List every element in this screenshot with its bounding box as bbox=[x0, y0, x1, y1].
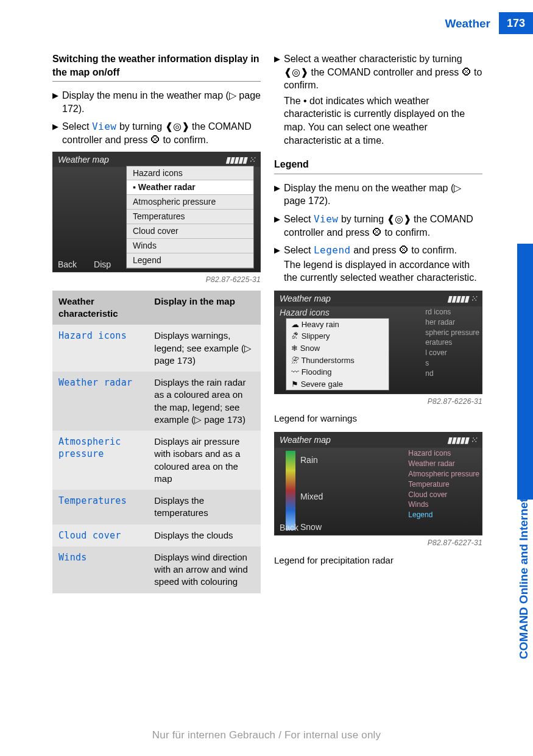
char-desc: Displays wind direction with an arrow an… bbox=[148, 546, 261, 593]
step-text: Select a weather characteristic by turni… bbox=[284, 52, 482, 147]
table-row: Atmospheric pressureDisplays air pressur… bbox=[52, 431, 261, 490]
side-item: Legend bbox=[408, 510, 479, 520]
signal-icon: ▮▮▮▮▮ ⁙ bbox=[447, 293, 477, 305]
menu-item: Legend bbox=[127, 253, 253, 268]
text: Select bbox=[284, 245, 314, 255]
text: Select bbox=[284, 214, 314, 224]
table-row: WindsDisplays wind direction with an arr… bbox=[52, 546, 261, 593]
step-text: Select View by turning ❰◎❱ the COMAND co… bbox=[62, 120, 261, 146]
text: and press bbox=[351, 245, 399, 255]
text: to confirm. bbox=[382, 227, 430, 238]
controller-turn-icon: ❰◎❱ bbox=[284, 67, 308, 77]
controller-turn-icon: ❰◎❱ bbox=[387, 214, 411, 224]
char-desc: Displays the temperatures bbox=[148, 490, 261, 525]
char-term: Hazard icons bbox=[52, 325, 148, 372]
table-row: TemperaturesDisplays the temperatures bbox=[52, 490, 261, 525]
color-scale-icon bbox=[286, 451, 295, 530]
char-term: Temperatures bbox=[52, 490, 148, 525]
instruction-step: ▶ Select View by turning ❰◎❱ the COMAND … bbox=[52, 120, 261, 146]
weather-characteristic-table: Weather characteristic Display in the ma… bbox=[52, 291, 261, 593]
legend-item: 〰 Flooding bbox=[286, 366, 389, 378]
wm-subtitle: Hazard icons bbox=[280, 307, 330, 319]
controller-press-icon: ⭙ bbox=[462, 67, 471, 77]
side-item: Cloud cover bbox=[408, 490, 479, 500]
char-term: Weather radar bbox=[52, 372, 148, 431]
legend-item: ⛐ Slippery bbox=[286, 330, 389, 342]
image-code: P82.87-6225-31 bbox=[52, 275, 261, 284]
instruction-step: ▶ Select View by turning ❰◎❱ the COMAND … bbox=[274, 213, 482, 239]
menu-item-selected: ▪ Weather radar bbox=[127, 180, 253, 195]
instruction-step: ▶ Select a weather characteristic by tur… bbox=[274, 52, 482, 147]
wm-back: Back bbox=[280, 523, 298, 532]
page-number: 173 bbox=[499, 12, 533, 34]
controller-press-icon: ⭙ bbox=[399, 245, 409, 255]
legend-item: ⛈ Thunderstorms bbox=[286, 355, 389, 367]
controller-turn-icon: ❰◎❱ bbox=[165, 121, 189, 132]
side-item: l cover bbox=[425, 348, 479, 358]
side-item: Hazard icons bbox=[408, 448, 479, 459]
char-term: Cloud cover bbox=[52, 525, 148, 546]
table-row: Hazard iconsDisplays warnings, legend; s… bbox=[52, 325, 261, 372]
side-item: rd icons bbox=[425, 307, 479, 317]
side-item: s bbox=[425, 358, 479, 369]
image-caption: Legend for warnings bbox=[274, 412, 482, 425]
section-heading: Switching the weather information displa… bbox=[52, 52, 261, 82]
char-desc: Displays warnings, legend; see example (… bbox=[148, 325, 261, 372]
image-code: P82.87-6226-31 bbox=[274, 397, 482, 406]
step-note: The • dot indicates which weather charac… bbox=[284, 94, 482, 147]
wm-legend-panel: ☁ Heavy rain ⛐ Slippery ❄ Snow ⛈ Thunder… bbox=[286, 318, 389, 390]
step-marker-icon: ▶ bbox=[274, 182, 284, 208]
wm-view-menu: Hazard icons ▪ Weather radar Atmospheric… bbox=[126, 166, 254, 269]
menu-item: Temperatures bbox=[127, 210, 253, 224]
wm-side-menu: rd icons her radar spheric pressure erat… bbox=[425, 307, 479, 379]
side-item: Winds bbox=[408, 500, 479, 510]
image-caption: Legend for precipitation radar bbox=[274, 554, 482, 567]
table-header: Weather characteristic bbox=[52, 291, 148, 325]
wm-side-menu: Hazard icons Weather radar Atmospheric p… bbox=[408, 448, 479, 520]
menu-item: Winds bbox=[127, 239, 253, 253]
text: to confirm. bbox=[160, 135, 208, 145]
legend-precip-screenshot: Weather map ▮▮▮▮▮ ⁙ Rain Mixed Snow Haza… bbox=[274, 432, 482, 535]
instruction-step: ▶ Select Legend and press ⭙ to confirm. … bbox=[274, 244, 482, 284]
step-text: Display the menu on the weather map (▷ p… bbox=[284, 182, 482, 208]
text: by turning bbox=[338, 214, 386, 224]
page-header: Weather 173 bbox=[0, 12, 533, 34]
instruction-step: ▶ Display the menu on the weather map (▷… bbox=[274, 182, 482, 208]
step-marker-icon: ▶ bbox=[274, 244, 284, 284]
wm-back: Back bbox=[58, 260, 77, 269]
signal-icon: ▮▮▮▮▮ ⁙ bbox=[447, 434, 477, 446]
left-column: Switching the weather information displa… bbox=[52, 52, 261, 593]
wm-bottom-bar: Back Disp bbox=[58, 259, 125, 270]
ui-term-view: View bbox=[92, 121, 117, 132]
controller-press-icon: ⭙ bbox=[150, 135, 160, 145]
controller-press-icon: ⭙ bbox=[372, 227, 382, 238]
wm-title-bar: Weather map ▮▮▮▮▮ ⁙ bbox=[275, 433, 482, 448]
signal-icon: ▮▮▮▮▮ ⁙ bbox=[225, 154, 255, 166]
step-note: The legend is displayed in accordance wi… bbox=[284, 258, 482, 284]
header-title: Weather bbox=[445, 12, 499, 34]
section-heading-legend: Legend bbox=[274, 158, 482, 174]
step-marker-icon: ▶ bbox=[274, 52, 284, 147]
char-term: Atmospheric pressure bbox=[52, 431, 148, 490]
menu-item: Atmospheric pressure bbox=[127, 195, 253, 210]
step-marker-icon: ▶ bbox=[52, 89, 62, 115]
side-item: her radar bbox=[425, 317, 479, 328]
wm-bottom-bar: Back bbox=[280, 522, 313, 534]
side-item: spheric pressure bbox=[425, 328, 479, 338]
char-desc: Displays the clouds bbox=[148, 525, 261, 546]
table-header: Display in the map bbox=[148, 291, 261, 325]
side-item: Atmospheric pressure bbox=[408, 469, 479, 479]
instruction-step: ▶ Display the menu in the weather map (▷… bbox=[52, 89, 261, 115]
side-item: Temperature bbox=[408, 479, 479, 490]
weather-map-screenshot: Weather map ▮▮▮▮▮ ⁙ Hazard icons ▪ Weath… bbox=[52, 152, 261, 272]
side-tab bbox=[517, 244, 533, 500]
step-text: Select View by turning ❰◎❱ the COMAND co… bbox=[284, 213, 482, 239]
side-item: nd bbox=[425, 369, 479, 379]
wm-title-text: Weather map bbox=[58, 154, 109, 166]
wm-title-bar: Weather map ▮▮▮▮▮ ⁙ bbox=[275, 291, 482, 306]
table-row: Cloud coverDisplays the clouds bbox=[52, 525, 261, 546]
legend-item: ☁ Heavy rain bbox=[286, 319, 389, 331]
text: Select a weather characteristic by turni… bbox=[284, 54, 462, 64]
menu-item: Cloud cover bbox=[127, 224, 253, 239]
step-marker-icon: ▶ bbox=[274, 213, 284, 239]
